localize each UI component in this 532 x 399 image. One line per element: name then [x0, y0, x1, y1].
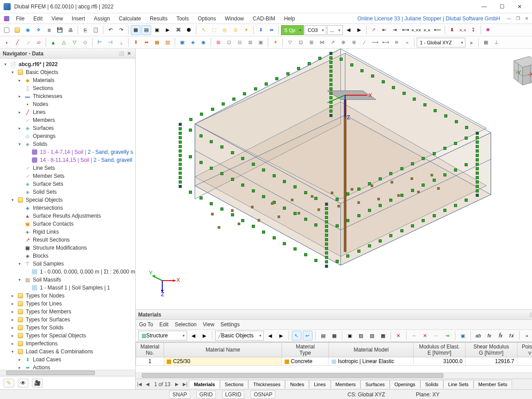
mat-row-del-icon[interactable]: ✕ — [420, 331, 430, 340]
select-filter-icon[interactable]: ⊙ — [231, 25, 240, 35]
panel-pin-icon[interactable]: ⬜ — [117, 50, 125, 57]
edit-mirror-icon[interactable]: ⋈ — [317, 38, 327, 47]
menu-calculate[interactable]: Calculate — [114, 15, 145, 23]
edit-scale-icon[interactable]: ↗ — [328, 38, 337, 47]
cs-5-icon[interactable]: ▣ — [256, 38, 266, 47]
table-row[interactable]: 1 C25/30 Concrete Isotropic | Linear Ela… — [136, 357, 532, 366]
nav-views-icon[interactable]: 🎥 — [32, 379, 43, 387]
tree-surface-results-adj[interactable]: ▲Surface Results Adjustments — [0, 212, 135, 220]
tab-surfaces[interactable]: Surfaces — [360, 380, 389, 388]
load-case-dots[interactable]: ... — [327, 25, 343, 35]
mat-delete-icon[interactable]: ✕ — [394, 331, 403, 340]
tab-materials[interactable]: Materials — [189, 380, 220, 388]
line-tool-icon[interactable]: ╱ — [12, 38, 22, 47]
tree-types-solids[interactable]: ▸Types for Solids — [0, 324, 135, 332]
tree-blocks[interactable]: ◈Blocks — [0, 252, 135, 260]
child-close-icon[interactable]: ✕ — [523, 15, 530, 22]
mat-more-icon[interactable]: » — [522, 331, 532, 340]
tab-nodes[interactable]: Nodes — [285, 380, 309, 388]
col-name[interactable]: Material Name — [164, 343, 282, 357]
edit-div-icon[interactable]: ∕ — [360, 38, 369, 47]
tree-line-sets[interactable]: ⟋Line Sets — [0, 164, 135, 172]
display-table-icon[interactable]: ▤ — [141, 25, 151, 35]
dim-4-icon[interactable]: ×.×× — [411, 25, 421, 35]
tree-load-cases-comb[interactable]: ▾Load Cases & Combinations — [0, 348, 135, 356]
cs-more-icon[interactable]: » — [466, 38, 476, 47]
navigator-tree[interactable]: ▾📄abcg.rf6* | 2022 ▾Basic Objects ▸◆Mate… — [0, 59, 135, 370]
support-x-icon[interactable]: ↗ — [369, 25, 379, 35]
menu-tools[interactable]: Tools — [172, 15, 193, 23]
tree-load-cases[interactable]: ▸⬇Load Cases — [0, 356, 135, 364]
menu-insert[interactable]: Insert — [67, 15, 90, 23]
tree-intersections[interactable]: ◈Intersections — [0, 204, 135, 212]
menu-window[interactable]: Window — [220, 15, 248, 23]
lc-next-icon[interactable]: ▶ — [354, 25, 364, 35]
col-type[interactable]: Material Type — [282, 343, 329, 357]
view-1-icon[interactable]: ⬇ — [447, 25, 457, 35]
tab-members[interactable]: Members — [331, 380, 361, 388]
menu-help[interactable]: Help — [280, 15, 300, 23]
tree-solids[interactable]: ▾◈Solids — [0, 140, 135, 148]
load-l-icon[interactable]: ⬌ — [141, 38, 151, 47]
edit-1-icon[interactable]: ✦ — [270, 38, 280, 47]
edit-join-icon[interactable]: ⟷ — [381, 38, 391, 47]
hinge-3-icon[interactable]: ⟂ — [116, 38, 126, 47]
tree-root[interactable]: ▾📄abcg.rf6* | 2022 — [0, 60, 135, 68]
menu-file[interactable]: File — [12, 15, 29, 23]
cs-combo[interactable]: 1 - Global XYZ — [417, 38, 466, 47]
col-no[interactable]: Material No. — [136, 343, 164, 357]
edit-sh1-icon[interactable]: ≋ — [391, 38, 401, 47]
tree-types-members[interactable]: ▸Types for Members — [0, 308, 135, 316]
tree-soil-massifs[interactable]: ▾▧Soil Massifs — [0, 276, 135, 284]
support-3-icon[interactable]: ▽ — [70, 38, 79, 47]
tree-types-special[interactable]: ▸Types for Special Objects — [0, 332, 135, 340]
cell-type[interactable]: Concrete — [282, 357, 329, 366]
cell-name[interactable]: C25/30 — [164, 357, 282, 366]
mat-menu-settings[interactable]: Settings — [220, 321, 239, 329]
tab-solids[interactable]: Solids — [420, 380, 443, 388]
tree-imperfections[interactable]: ▸Imperfections — [0, 340, 135, 348]
mt-next-icon[interactable]: ▶ — [173, 380, 181, 388]
tree-basic-objects[interactable]: ▾Basic Objects — [0, 68, 135, 76]
maximize-button[interactable]: ☐ — [493, 0, 511, 13]
3d-viewport[interactable]: X Z /* markers injected below by JS */ X… — [136, 49, 532, 309]
mt-scroll-left-icon[interactable]: ◀ — [530, 380, 532, 388]
mat-t7-icon[interactable]: ▧ — [367, 331, 377, 340]
nav-hscroll[interactable] — [0, 370, 135, 376]
cs-1-icon[interactable]: ⊞ — [213, 38, 223, 47]
tree-surfaces[interactable]: ▸◆Surfaces — [0, 124, 135, 132]
app-menu-icon[interactable] — [2, 14, 12, 23]
tree-nodes[interactable]: •Nodes — [0, 100, 135, 108]
mat-structure-combo[interactable]: ▦ Structure — [138, 331, 187, 340]
mat-menu-selection[interactable]: Selection — [175, 321, 196, 329]
copy-icon[interactable]: ⎘ — [80, 25, 90, 35]
tree-types-surfaces[interactable]: ▸Types for Surfaces — [0, 316, 135, 324]
child-minimize-icon[interactable]: — — [505, 15, 512, 22]
cell-model[interactable]: Isotropic | Linear Elastic — [329, 357, 414, 366]
hinge-1-icon[interactable]: ⊢ — [95, 38, 105, 47]
edit-copy-icon[interactable]: ⊕ — [338, 38, 348, 47]
dim-2-icon[interactable]: ⇥ — [390, 25, 400, 35]
mat-t5-icon[interactable]: ▣ — [345, 331, 355, 340]
tree-rigid-links[interactable]: ⟛Rigid Links — [0, 228, 135, 236]
tab-openings[interactable]: Openings — [390, 380, 420, 388]
cell-no[interactable]: 1 — [136, 357, 164, 366]
tree-surface-contacts[interactable]: ▣Surface Contacts — [0, 220, 135, 228]
print-icon[interactable]: 🖶 — [66, 25, 75, 35]
undo-icon[interactable]: ↶ — [106, 25, 115, 35]
paste-icon[interactable]: 📋 — [91, 25, 101, 35]
tree-sections[interactable]: ⌶Sections — [0, 84, 135, 92]
col-model[interactable]: Material Model — [329, 343, 414, 357]
close-button[interactable]: ✕ — [511, 0, 528, 13]
dim-3-icon[interactable]: ⟷ — [401, 25, 411, 35]
tree-special-objects[interactable]: ▾Special Objects — [0, 196, 135, 204]
mat-export-icon[interactable]: ▣ — [458, 331, 468, 340]
display-nav-icon[interactable]: ▦ — [131, 25, 141, 35]
cell-shear[interactable]: 12916.7 — [466, 357, 517, 366]
load-combo-icon[interactable]: ⬌ — [266, 25, 276, 35]
tab-thicknesses[interactable]: Thicknesses — [248, 380, 285, 388]
view-2-icon[interactable]: ×.× — [458, 25, 468, 35]
tree-surface-sets[interactable]: ◆Surface Sets — [0, 180, 135, 188]
cs-3-icon[interactable]: ⊟ — [235, 38, 244, 47]
mt-prev-icon[interactable]: ◀ — [144, 380, 152, 388]
